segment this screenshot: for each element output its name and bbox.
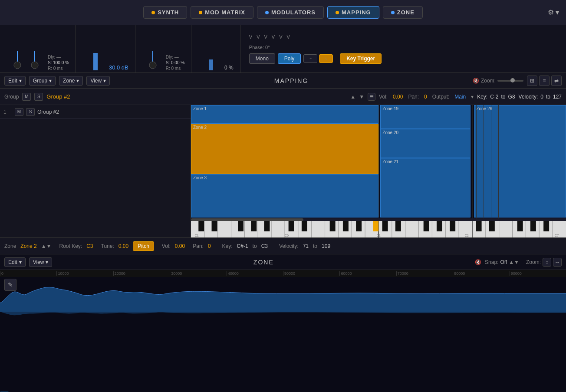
tab-synth-label: SYNTH [158,9,179,16]
piano-keyboard[interactable]: C1 C0 C1 C2 C7 [191,221,566,237]
svg-rect-55 [543,221,549,231]
output-value[interactable]: Main [454,94,466,100]
edit-label: Edit [8,78,17,84]
zone-3[interactable]: Zone 3 [191,174,378,218]
zone-editor: Edit ▾ View ▾ ZONE 🔇 Snap: Off ▲▼ Zoom: … [0,254,566,392]
zone-1[interactable]: Zone 1 [191,105,378,124]
envelope-shape[interactable] [89,49,102,72]
group-dropdown[interactable]: Group ▾ [29,76,56,86]
zoom-fit-icon[interactable]: ↔ [553,258,562,267]
group-down-arrow[interactable]: ▼ [359,94,364,100]
svg-rect-49 [437,221,442,231]
zone-edit-label: Edit [8,259,17,265]
knob-3[interactable] [148,49,157,72]
modulators-dot [265,11,269,14]
zone-20[interactable]: Zone 20 [380,129,470,158]
horizontal-scrollbar[interactable] [191,218,566,221]
tab-synth[interactable]: SYNTH [143,6,187,19]
top-navigation: SYNTH MOD MATRIX MODULATORS MAPPING ZONE… [0,0,566,25]
zone-bar: Zone Zone 2 ▲▼ Root Key: C3 Tune: 0.00 P… [0,237,566,254]
zone-21[interactable]: Zone 21 [380,158,470,217]
svg-text:C1: C1 [377,234,381,237]
divider-2 [472,105,473,237]
edit-dropdown[interactable]: Edit ▾ [4,76,26,86]
zone-bar-label: Zone [4,243,16,249]
tab-zone[interactable]: ZONE [383,6,423,19]
scrollbar-thumb[interactable] [191,218,303,221]
zone-pan-value: 0 [208,243,211,249]
zone-key-from: C#-1 [237,243,248,249]
r-label-2: R: 0 ms [166,66,184,71]
level-bar[interactable] [204,49,217,72]
waveform-area[interactable]: ✎ 0 10000 20000 30000 40000 50000 60000 … [0,270,566,392]
group-info: Vol: 0.00 Pan: 0 Output: Main ▾ [379,94,474,100]
zone-view-dropdown[interactable]: View ▾ [29,257,53,267]
group-up-arrow[interactable]: ▲ [350,94,355,100]
zone-vel-from: 71 [303,243,309,249]
r-label-1: R: 0 ms [48,66,69,71]
svg-rect-53 [517,221,523,231]
tab-modulators[interactable]: MODULATORS [257,6,324,19]
s-button[interactable]: S [34,93,43,101]
snap-arrows[interactable]: ▲▼ [509,259,519,265]
edit-pencil-icon[interactable]: ✎ [4,279,16,291]
zoom-slider[interactable] [497,80,523,82]
mapping-main: 1 M S Group #2 Zone 1 Zone 2 Zone 3 Zone… [0,105,566,237]
wave-icon-2[interactable]: ≈ [319,54,333,63]
list-icon[interactable]: ≡ [539,76,550,86]
synth-section-3: Dly: — S: 0.00 % R: 0 ms [140,25,191,72]
vol-label: Vol: [379,94,388,100]
piano-keys-svg[interactable]: C1 C0 C1 C2 C7 [191,221,566,237]
key-trigger-button[interactable]: Key Trigger [340,53,382,64]
mono-button[interactable]: Mono [249,53,275,64]
tab-mod-matrix[interactable]: MOD MATRIX [191,6,253,19]
zoom-label: Zoom: [481,78,496,84]
svg-point-3 [31,62,38,69]
svg-rect-38 [238,221,244,231]
zoom-handle[interactable] [510,78,515,82]
divider-1 [378,105,379,237]
s-label-2: S: 0.00 % [166,60,184,65]
svg-point-6 [149,62,156,69]
zoom-height-icon[interactable]: ↕ [543,258,551,267]
poly-button[interactable]: Poly [278,53,301,64]
tab-mapping[interactable]: MAPPING [327,6,379,19]
svg-rect-45 [356,221,362,231]
mapping-dot [336,11,339,14]
zone-bar-name[interactable]: Zone 2 [20,243,36,249]
wave-icon-1[interactable]: ~ [303,54,317,63]
knob-2[interactable] [30,49,39,72]
zone-map-panel[interactable]: Zone 1 Zone 2 Zone 3 Zone 19 Zone 20 Zon… [191,105,566,237]
view-dropdown[interactable]: View ▾ [86,76,110,86]
group-m-btn[interactable]: M [15,108,23,116]
vol-value[interactable]: 0.00 [393,94,403,100]
svg-rect-56 [373,221,378,231]
zone-26[interactable]: Zone 26 [474,105,566,217]
pct-value: 0 % [224,65,234,72]
settings-button[interactable]: ⚙ ▾ [548,8,559,16]
knob-1[interactable] [13,49,22,72]
view-chevron: ▾ [103,78,106,84]
split-icon[interactable]: ⇌ [551,76,562,86]
group-label: Group [33,78,47,84]
zone-vol-value: 0.00 [175,243,185,249]
zone-edit-dropdown[interactable]: Edit ▾ [4,257,26,267]
mod-matrix-dot [199,11,202,14]
pan-value[interactable]: 0 [424,94,427,100]
pitch-button[interactable]: Pitch [133,241,154,251]
zone-2[interactable]: Zone 2 [191,124,378,174]
zone-19[interactable]: Zone 19 [380,105,470,129]
svg-text:C2: C2 [465,234,469,237]
group-menu-icon[interactable]: ☰ [368,93,375,101]
zone-view-label: View [33,259,44,265]
svg-rect-43 [330,221,336,231]
toolbar-icons: ⊞ ≡ ⇌ [527,76,562,86]
snap-control: Snap: Off ▲▼ [485,259,519,265]
group-s-btn[interactable]: S [26,108,35,116]
group-label: Group [4,94,19,100]
m-button[interactable]: M [22,93,31,101]
zone-zoom-label: Zoom: [526,259,541,265]
zone-dropdown[interactable]: Zone ▾ [59,76,83,86]
group-item-1[interactable]: 1 M S Group #2 [0,105,191,119]
grid-icon[interactable]: ⊞ [527,76,537,86]
